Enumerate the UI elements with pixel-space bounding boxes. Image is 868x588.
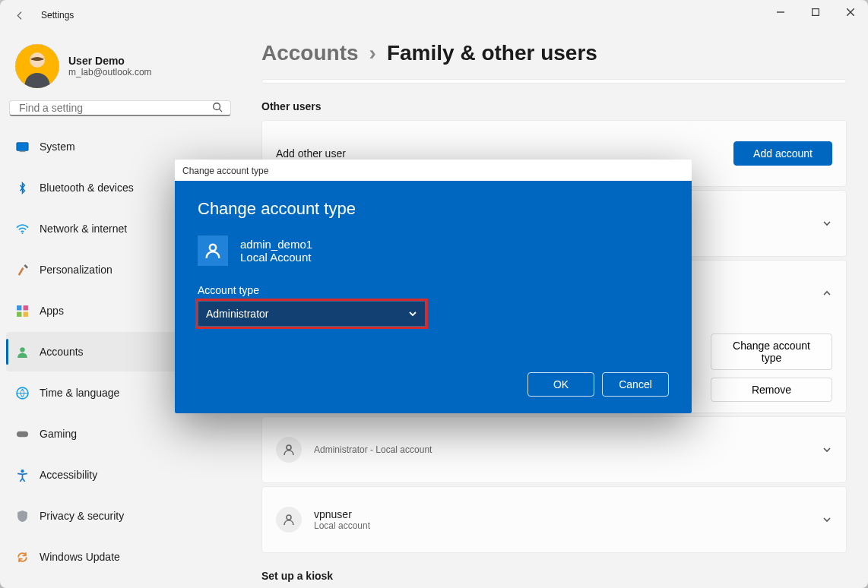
chevron-down-icon <box>822 514 832 525</box>
sidebar-item-label: System <box>40 141 75 153</box>
avatar <box>15 44 59 88</box>
svg-rect-0 <box>813 9 819 16</box>
dialog-account-detail: Local Account <box>240 251 312 264</box>
breadcrumb-current: Family & other users <box>387 41 597 65</box>
change-account-type-dialog: Change account type Change account type … <box>175 160 692 413</box>
person-icon <box>276 437 302 463</box>
user-name: User Demo <box>68 55 152 67</box>
account-detail: Local account <box>314 520 370 531</box>
sidebar-item-label: Personalization <box>40 264 112 276</box>
add-account-button[interactable]: Add account <box>733 141 832 166</box>
update-icon <box>15 550 29 564</box>
kiosk-heading: Set up a kiosk <box>261 570 847 582</box>
add-other-user-label: Add other user <box>276 147 346 160</box>
sidebar-item-label: Network & internet <box>40 223 127 235</box>
svg-rect-9 <box>23 305 27 310</box>
close-button[interactable] <box>833 0 868 24</box>
sidebar-item-label: Apps <box>40 305 64 317</box>
svg-rect-6 <box>19 151 25 152</box>
svg-rect-11 <box>23 311 27 316</box>
window-title: Settings <box>41 10 74 21</box>
svg-rect-10 <box>17 311 21 316</box>
user-card-3[interactable]: Administrator - Local account <box>261 416 847 483</box>
apps-icon <box>15 304 29 318</box>
sidebar-item-gaming[interactable]: Gaming <box>6 414 234 454</box>
account-type-select[interactable]: Administrator <box>198 301 426 327</box>
maximize-button[interactable] <box>798 0 833 24</box>
sidebar-item-label: Accounts <box>40 346 84 358</box>
svg-point-12 <box>20 347 24 352</box>
remove-account-button[interactable]: Remove <box>711 378 832 402</box>
user-email: m_lab@outlook.com <box>68 67 152 77</box>
sidebar-item-accessibility[interactable]: Accessibility <box>6 455 234 495</box>
person-icon <box>198 236 228 266</box>
back-button[interactable] <box>6 2 33 29</box>
user-header[interactable]: User Demo m_lab@outlook.com <box>6 36 234 100</box>
search-box[interactable] <box>9 100 231 116</box>
paintbrush-icon <box>15 263 29 277</box>
cancel-button[interactable]: Cancel <box>602 372 669 397</box>
sidebar-item-label: Accessibility <box>40 469 97 481</box>
svg-point-19 <box>287 515 291 520</box>
shield-icon <box>15 509 29 523</box>
bluetooth-icon <box>15 181 29 194</box>
dialog-heading: Change account type <box>198 199 669 219</box>
svg-point-21 <box>210 245 216 251</box>
svg-rect-14 <box>16 431 27 437</box>
gamepad-icon <box>15 427 29 441</box>
other-users-heading: Other users <box>261 100 847 112</box>
person-icon <box>15 345 29 359</box>
user-card-4[interactable]: vpnuserLocal account <box>261 486 847 553</box>
chevron-right-icon: › <box>369 41 376 65</box>
svg-point-15 <box>21 469 24 473</box>
sidebar-item-privacy[interactable]: Privacy & security <box>6 496 234 536</box>
person-icon <box>276 507 302 533</box>
dialog-account: admin_demo1 Local Account <box>198 236 669 266</box>
dialog-titlebar: Change account type <box>175 160 692 181</box>
chevron-down-icon <box>822 444 832 455</box>
breadcrumb-parent[interactable]: Accounts <box>261 41 359 65</box>
svg-point-18 <box>287 445 291 450</box>
minimize-button[interactable] <box>763 0 798 24</box>
dialog-actions: OK Cancel <box>198 372 669 397</box>
svg-rect-8 <box>17 305 21 310</box>
dialog-account-name: admin_demo1 <box>240 238 312 251</box>
chevron-up-icon <box>822 288 832 299</box>
svg-point-3 <box>214 103 220 109</box>
sidebar-item-update[interactable]: Windows Update <box>6 537 234 577</box>
display-icon <box>15 140 29 153</box>
search-input[interactable] <box>17 101 212 115</box>
svg-point-7 <box>21 232 23 234</box>
account-type-label: Account type <box>198 284 669 296</box>
account-name: vpnuser <box>314 508 370 520</box>
chevron-down-icon <box>408 309 417 318</box>
sidebar-item-label: Privacy & security <box>40 510 124 522</box>
accessibility-icon <box>15 468 29 482</box>
sidebar-item-label: Windows Update <box>40 551 120 563</box>
chevron-down-icon <box>822 218 832 229</box>
ok-button[interactable]: OK <box>527 372 594 397</box>
window-controls <box>763 0 868 24</box>
sidebar-item-label: Gaming <box>40 428 77 440</box>
breadcrumb: Accounts › Family & other users <box>261 41 847 65</box>
svg-rect-4 <box>16 142 27 150</box>
globe-clock-icon <box>15 386 29 400</box>
select-value: Administrator <box>206 308 268 320</box>
sidebar-item-label: Bluetooth & devices <box>40 182 134 194</box>
sidebar-item-label: Time & language <box>40 387 119 399</box>
search-icon <box>212 102 223 115</box>
change-account-type-button[interactable]: Change account type <box>711 334 832 370</box>
wifi-icon <box>15 222 29 236</box>
titlebar: Settings <box>0 0 868 30</box>
scroll-strip <box>261 79 847 84</box>
